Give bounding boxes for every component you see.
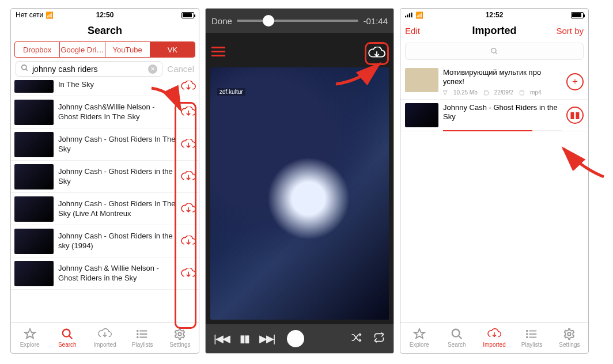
search-input[interactable]: [32, 65, 145, 74]
result-title: Johnny Cash - Ghost Riders in the Sky: [58, 167, 176, 186]
edit-button[interactable]: Edit: [405, 26, 472, 36]
tab-search[interactable]: Search: [48, 323, 86, 353]
calendar-icon: ▢: [483, 89, 489, 96]
screen-imported: 12:52 Edit Imported Sort by Мотивирующий…: [400, 8, 589, 354]
clear-icon[interactable]: ✕: [148, 65, 157, 74]
list-icon: [135, 328, 149, 340]
sort-button[interactable]: Sort by: [517, 26, 584, 36]
download-icon[interactable]: [180, 201, 196, 217]
item-thumbnail: [405, 68, 438, 92]
repeat-icon[interactable]: [373, 332, 385, 346]
screen-player: Done -01:44 zdf.kultur |◀◀ ▮▮ ▶▶|: [205, 8, 394, 354]
svg-rect-13: [409, 13, 410, 17]
tab-search[interactable]: Search: [438, 323, 475, 353]
pause-icon[interactable]: ▮▮: [240, 332, 249, 345]
pause-button[interactable]: ▮▮: [566, 107, 584, 124]
gear-icon: [562, 328, 576, 340]
list-item[interactable]: Мотивирующий мультик про успех! ▽ 10.25 …: [400, 65, 588, 100]
imported-list[interactable]: Мотивирующий мультик про успех! ▽ 10.25 …: [400, 65, 588, 322]
tab-playlists[interactable]: Playlists: [124, 323, 161, 353]
seek-slider[interactable]: [237, 20, 359, 22]
time-remaining: -01:44: [363, 16, 388, 26]
network-label: Нет сети: [16, 11, 43, 19]
record-button[interactable]: [287, 330, 304, 347]
tab-vk[interactable]: VK: [150, 42, 195, 57]
shuffle-icon[interactable]: [350, 332, 362, 346]
star-icon: [23, 328, 37, 340]
svg-point-8: [137, 333, 138, 335]
result-thumbnail: [14, 100, 54, 125]
svg-point-24: [527, 337, 528, 338]
download-icon[interactable]: [180, 136, 196, 153]
tab-google-drive[interactable]: Google Dri…: [60, 42, 105, 57]
cloud-download-icon: [98, 328, 112, 340]
prev-icon[interactable]: |◀◀: [214, 332, 229, 345]
done-button[interactable]: Done: [211, 16, 232, 26]
player-top-bar: Done -01:44: [206, 9, 393, 33]
tab-imported[interactable]: Imported: [86, 323, 123, 353]
battery-icon: [181, 12, 194, 18]
tab-settings[interactable]: Settings: [551, 323, 588, 353]
item-date: 22/09/2: [494, 89, 513, 96]
tab-bar: Explore Search Imported Playlists Settin…: [400, 322, 588, 353]
slider-knob[interactable]: [263, 15, 274, 26]
clock: 12:50: [96, 11, 114, 19]
svg-rect-12: [407, 14, 408, 17]
result-thumbnail: [14, 80, 54, 93]
result-title: In The Sky: [58, 80, 176, 89]
menu-icon[interactable]: [211, 44, 225, 59]
tab-bar: Explore Search Imported Playlists Settin…: [11, 322, 199, 353]
svg-point-2: [63, 329, 70, 337]
search-box[interactable]: ✕: [16, 61, 162, 77]
format-icon: ▢: [519, 89, 524, 96]
tab-dropbox[interactable]: Dropbox: [15, 42, 60, 57]
search-icon: [60, 328, 74, 340]
tab-playlists[interactable]: Playlists: [513, 323, 551, 353]
source-tabs: Dropbox Google Dri… YouTube VK: [14, 41, 195, 58]
item-thumbnail: [405, 103, 438, 127]
result-thumbnail: [14, 229, 54, 254]
search-input[interactable]: [405, 43, 584, 60]
svg-line-1: [26, 69, 28, 71]
svg-line-16: [495, 52, 497, 54]
svg-point-7: [137, 331, 138, 332]
download-icon[interactable]: [180, 266, 196, 282]
download-icon[interactable]: [180, 233, 196, 249]
svg-point-22: [527, 331, 528, 332]
download-progress: [443, 130, 562, 131]
next-icon[interactable]: ▶▶|: [259, 332, 275, 345]
svg-point-17: [452, 329, 460, 337]
wifi-icon: [415, 11, 423, 19]
player-controls: |◀◀ ▮▮ ▶▶|: [206, 324, 393, 353]
svg-point-9: [137, 337, 138, 338]
cloud-download-icon: [487, 328, 501, 340]
page-title: Imported: [472, 25, 517, 37]
list-icon: [525, 328, 539, 340]
result-title: Johnny Cash & Willie Nelson - Ghost Ride…: [58, 264, 176, 283]
add-button[interactable]: ＋: [566, 73, 584, 90]
tab-settings[interactable]: Settings: [161, 323, 199, 353]
results-list[interactable]: In The Sky Johnny Cash&Willie Nelson - G…: [11, 80, 199, 322]
clock: 12:52: [486, 11, 504, 19]
tab-youtube[interactable]: YouTube: [105, 42, 150, 57]
svg-point-10: [179, 332, 182, 336]
tab-imported[interactable]: Imported: [475, 323, 513, 353]
tab-explore[interactable]: Explore: [400, 323, 438, 353]
star-icon: [413, 328, 426, 340]
download-icon[interactable]: [180, 104, 196, 120]
svg-rect-14: [411, 13, 413, 17]
search-icon: [450, 328, 464, 340]
download-icon[interactable]: [180, 169, 196, 185]
svg-rect-11: [405, 16, 406, 17]
item-title: Мотивирующий мультик про успех!: [443, 68, 562, 87]
cancel-button[interactable]: Cancel: [167, 64, 194, 74]
tab-explore[interactable]: Explore: [11, 323, 48, 353]
status-bar: 12:52: [400, 9, 588, 21]
result-thumbnail: [14, 132, 54, 157]
search-icon: [21, 64, 29, 74]
download-icon[interactable]: [180, 80, 196, 94]
svg-point-25: [568, 332, 572, 336]
list-item[interactable]: Johnny Cash - Ghost Riders in the Sky ▮▮: [400, 100, 588, 131]
wifi-icon: [46, 11, 54, 19]
download-button[interactable]: [365, 42, 389, 65]
